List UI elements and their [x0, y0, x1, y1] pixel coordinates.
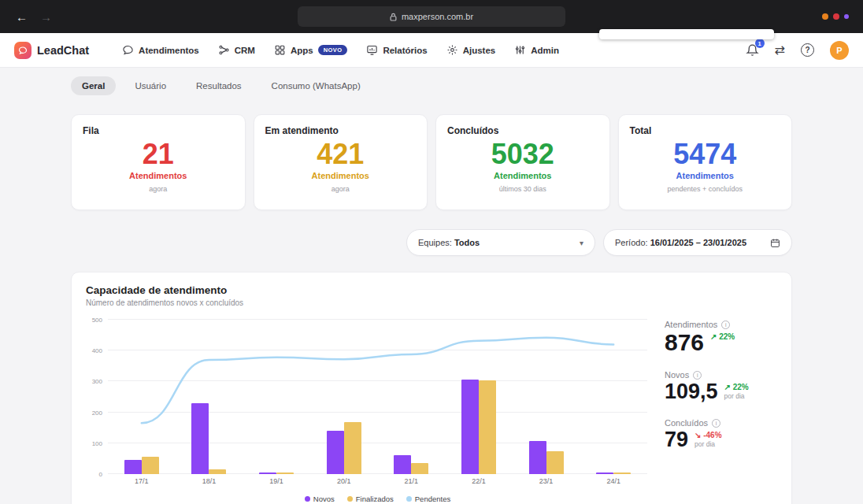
browser-toolbar: ← → maxperson.com.br — [0, 0, 863, 33]
bar-group-22/1 — [445, 320, 513, 474]
bar-novos[interactable] — [259, 472, 276, 474]
stat-unit: Atendimentos — [265, 171, 417, 180]
x-axis-label: 17/1 — [108, 477, 176, 485]
side-stat-atendimentos: Atendimentosi 876 ↗ 22% — [665, 320, 777, 354]
browser-back-icon[interactable]: ← — [16, 10, 28, 24]
nav-item-atendimentos[interactable]: Atendimentos — [122, 44, 199, 56]
bar-finalizados[interactable] — [142, 457, 159, 474]
bar-finalizados[interactable] — [209, 469, 226, 474]
legend-label: Novos — [313, 495, 335, 503]
bar-group-23/1 — [513, 320, 580, 474]
bar-group-21/1 — [378, 320, 446, 474]
calendar-icon — [770, 238, 780, 248]
address-bar[interactable]: maxperson.com.br — [298, 6, 565, 27]
tab-resultados[interactable]: Resultados — [185, 76, 253, 95]
legend-label: Pendentes — [415, 495, 450, 503]
info-icon[interactable]: i — [712, 419, 720, 428]
bar-novos[interactable] — [596, 472, 613, 474]
side-stat-label: Atendimentos — [665, 320, 717, 329]
tab-geral[interactable]: Geral — [71, 76, 116, 95]
equipes-value: Todos — [454, 238, 480, 247]
x-axis-label: 18/1 — [176, 477, 243, 485]
tab-usuario[interactable]: Usuário — [124, 76, 177, 95]
y-tick-label: 100 — [92, 439, 102, 447]
leadchat-logo[interactable]: LeadChat — [14, 42, 89, 59]
side-stat-novos: Novosi 109,5 ↗ 22% por dia — [665, 370, 777, 402]
nodes-icon — [218, 44, 230, 56]
nav-item-crm[interactable]: CRM — [218, 44, 255, 56]
side-stat-label: Concluídos — [665, 418, 708, 428]
main-nav: Atendimentos CRM Apps NOVO Relatórios Aj… — [122, 44, 559, 56]
legend-item-novos[interactable]: Novos — [305, 495, 335, 503]
nav-item-ajustes[interactable]: Ajustes — [446, 44, 496, 56]
bar-group-17/1 — [108, 320, 176, 474]
nav-item-admin[interactable]: Admin — [514, 44, 559, 56]
x-axis-label: 24/1 — [580, 477, 647, 485]
bar-novos[interactable] — [461, 380, 479, 474]
nav-item-apps[interactable]: Apps NOVO — [274, 44, 347, 56]
chevron-down-icon: ▾ — [580, 239, 583, 247]
bar-finalizados[interactable] — [344, 422, 361, 474]
nav-item-relatorios[interactable]: Relatórios — [366, 44, 427, 56]
info-icon[interactable]: i — [693, 371, 702, 380]
x-axis-label: 20/1 — [310, 477, 378, 485]
bar-finalizados[interactable] — [276, 472, 294, 474]
browser-popup-remnant — [599, 29, 774, 39]
y-tick-label: 300 — [92, 378, 102, 385]
equipes-label: Equipes: — [418, 238, 452, 247]
y-tick-label: 500 — [92, 317, 102, 324]
bar-novos[interactable] — [124, 460, 142, 474]
legend-dot-novos — [305, 496, 310, 502]
side-stat-concluidos: Concluídosi 79 ↘ -46% por dia — [665, 418, 777, 450]
stat-caption: pendentes + concluídos — [630, 185, 781, 193]
stat-caption: últimos 30 dias — [447, 185, 598, 193]
stat-unit: Atendimentos — [447, 171, 598, 180]
bar-finalizados[interactable] — [546, 451, 564, 474]
bar-group-19/1 — [243, 320, 310, 474]
side-stat-label: Novos — [665, 370, 689, 380]
y-tick-label: 0 — [99, 471, 102, 478]
nav-label: Ajustes — [463, 46, 496, 55]
bar-novos[interactable] — [327, 431, 344, 474]
help-icon[interactable]: ? — [801, 43, 814, 57]
x-axis-labels: 17/118/119/120/121/122/123/124/1 — [108, 477, 647, 485]
switch-account-icon[interactable]: ⇄ — [775, 43, 785, 57]
lock-icon — [390, 13, 397, 21]
bar-finalizados[interactable] — [479, 380, 496, 474]
tab-consumo-whatsapp[interactable]: Consumo (WhatsApp) — [261, 76, 372, 95]
side-stat-delta: ↗ 22% — [724, 383, 749, 391]
legend-dot-pendentes — [406, 496, 412, 502]
bar-novos[interactable] — [394, 455, 411, 474]
info-icon[interactable]: i — [721, 321, 730, 329]
window-control-dots — [822, 13, 849, 20]
legend-item-finalizados[interactable]: Finalizados — [347, 495, 394, 503]
sliders-icon — [514, 44, 526, 56]
leadchat-logo-icon — [14, 42, 31, 59]
grid-icon — [274, 44, 286, 56]
dot-purple — [844, 14, 849, 19]
chart-card: Capacidade de atendimento Número de aten… — [71, 272, 792, 504]
bar-finalizados[interactable] — [613, 472, 631, 474]
stat-caption: agora — [265, 185, 417, 193]
stat-card-fila: Fila 21 Atendimentos agora — [71, 114, 246, 210]
filters-row: Equipes: Todos ▾ Período: 16/01/2025 – 2… — [71, 229, 792, 256]
equipes-filter-dropdown[interactable]: Equipes: Todos ▾ — [406, 229, 595, 256]
bar-finalizados[interactable] — [411, 463, 428, 474]
periodo-filter[interactable]: Período: 16/01/2025 – 23/01/2025 — [603, 229, 792, 256]
x-axis-label: 22/1 — [445, 477, 513, 485]
leadchat-logo-text: LeadChat — [37, 44, 89, 57]
legend-item-pendentes[interactable]: Pendentes — [406, 495, 450, 503]
side-stat-value: 876 — [665, 331, 704, 354]
notifications-button[interactable]: 1 — [746, 43, 759, 57]
side-stat-caption: por dia — [724, 392, 749, 400]
bar-novos[interactable] — [529, 441, 546, 474]
nav-label: Apps — [291, 46, 313, 55]
stat-value: 5474 — [630, 139, 781, 169]
dot-red — [833, 13, 839, 20]
nav-label: Admin — [531, 46, 559, 55]
bar-novos[interactable] — [191, 403, 209, 474]
stat-value: 5032 — [447, 139, 598, 169]
user-avatar[interactable]: P — [830, 41, 849, 60]
stat-card-concluidos: Concluídos 5032 Atendimentos últimos 30 … — [435, 114, 610, 210]
nav-label: Atendimentos — [139, 46, 199, 55]
